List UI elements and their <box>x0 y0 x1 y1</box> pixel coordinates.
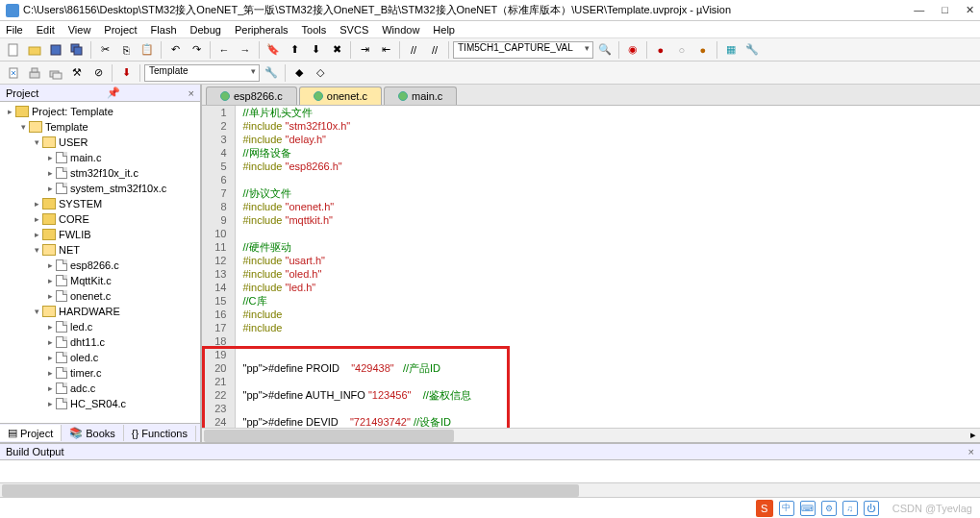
bookmark-next-button[interactable]: ⬇ <box>306 40 325 60</box>
menu-tools[interactable]: Tools <box>302 24 327 36</box>
tree-item[interactable]: ▸main.c <box>0 150 200 165</box>
editor-hscroll[interactable]: ▸ <box>202 428 980 442</box>
code-line[interactable]: "pp">#define PROID "429438" //产品ID <box>235 361 610 375</box>
tree-item[interactable]: ▾HARDWARE <box>0 304 200 319</box>
tray-btn-5[interactable]: ⏻ <box>864 501 879 516</box>
menu-window[interactable]: Window <box>382 24 419 36</box>
tree-item[interactable]: ▸timer.c <box>0 365 200 381</box>
code-line[interactable]: #include <box>235 321 610 334</box>
batch-build-button[interactable]: ⚒ <box>67 63 87 83</box>
nav-back-button[interactable]: ← <box>214 40 234 60</box>
menu-peripherals[interactable]: Peripherals <box>235 24 289 36</box>
tray-btn-3[interactable]: ⚙ <box>821 501 837 516</box>
code-line[interactable]: //单片机头文件 <box>235 106 610 119</box>
tray-btn-1[interactable]: 中 <box>779 501 794 516</box>
code-line[interactable]: #include "oled.h" <box>235 267 610 281</box>
tree-item[interactable]: ▸stm32f10x_it.c <box>0 165 200 181</box>
outdent-button[interactable]: ⇤ <box>376 40 395 60</box>
tree-item[interactable]: ▸onenet.c <box>0 288 200 304</box>
target-options-button[interactable]: 🔧 <box>262 63 281 83</box>
rebuild-button[interactable] <box>46 63 65 83</box>
code-line[interactable] <box>235 402 610 415</box>
breakpoint-button[interactable]: ● <box>651 40 670 60</box>
tree-item[interactable]: ▾NET <box>0 242 200 258</box>
filetab-onenet-c[interactable]: onenet.c <box>299 86 382 105</box>
paste-button[interactable]: 📋 <box>138 40 157 60</box>
code-line[interactable] <box>235 348 610 361</box>
menu-svcs[interactable]: SVCS <box>339 24 368 36</box>
new-file-button[interactable] <box>4 40 23 60</box>
code-line[interactable] <box>235 173 610 186</box>
tree-item[interactable]: ▾Template <box>0 119 200 135</box>
sidetab-books[interactable]: 📚Books <box>62 425 124 441</box>
tree-item[interactable]: ▸oled.c <box>0 350 200 365</box>
build-output-text[interactable] <box>0 460 980 480</box>
tree-item[interactable]: ▸dht11.c <box>0 334 200 350</box>
minimize-button[interactable]: — <box>914 4 924 16</box>
filetab-esp8266-c[interactable]: esp8266.c <box>206 86 297 105</box>
pin-icon[interactable]: 📌 <box>107 86 120 99</box>
close-button[interactable]: ✕ <box>966 4 974 16</box>
tree-item[interactable]: ▸system_stm32f10x.c <box>0 181 200 196</box>
debug-button[interactable]: ◉ <box>623 40 642 60</box>
find-button[interactable]: 🔍 <box>595 40 615 60</box>
bookmark-button[interactable]: 🔖 <box>264 40 283 60</box>
code-line[interactable]: #include "esp8266.h" <box>235 160 610 173</box>
build-pane-close[interactable]: × <box>968 446 974 457</box>
uncomment-button[interactable]: // <box>425 40 444 60</box>
undo-button[interactable]: ↶ <box>165 40 185 60</box>
menu-file[interactable]: File <box>6 24 23 36</box>
cut-button[interactable]: ✂ <box>95 40 114 60</box>
translate-button[interactable] <box>4 63 23 83</box>
tree-item[interactable]: ▾USER <box>0 135 200 150</box>
code-line[interactable]: #include "led.h" <box>235 281 610 294</box>
tree-item[interactable]: ▸adc.c <box>0 381 200 396</box>
code-line[interactable] <box>235 375 610 388</box>
window-button[interactable]: ▦ <box>721 40 741 60</box>
code-line[interactable]: "pp">#define DEVID "721493742" //设备ID <box>235 415 610 428</box>
tree-item[interactable]: ▸FWLIB <box>0 227 200 242</box>
code-line[interactable]: "pp">#define AUTH_INFO "123456" //鉴权信息 <box>235 388 610 402</box>
find-combo[interactable]: TIM5CH1_CAPTURE_VAL <box>453 41 593 59</box>
tree-item[interactable]: ▸HC_SR04.c <box>0 396 200 411</box>
ime-icon[interactable]: S <box>756 500 773 517</box>
code-line[interactable]: #include "stm32f10x.h" <box>235 119 610 133</box>
tree-item[interactable]: ▸Project: Template <box>0 104 200 119</box>
tray-btn-4[interactable]: ♫ <box>842 501 858 516</box>
copy-button[interactable]: ⎘ <box>116 40 136 60</box>
filetab-main-c[interactable]: main.c <box>384 86 457 105</box>
redo-button[interactable]: ↷ <box>187 40 206 60</box>
project-tree[interactable]: ▸Project: Template▾Template▾USER▸main.c▸… <box>0 102 200 423</box>
menu-help[interactable]: Help <box>433 24 455 36</box>
target-combo[interactable]: Template <box>144 64 260 82</box>
tree-item[interactable]: ▸led.c <box>0 319 200 334</box>
code-line[interactable]: #include "usart.h" <box>235 254 610 267</box>
code-line[interactable]: #include "delay.h" <box>235 133 610 146</box>
menu-flash[interactable]: Flash <box>151 24 177 36</box>
tree-item[interactable]: ▸CORE <box>0 211 200 227</box>
tray-btn-2[interactable]: ⌨ <box>800 501 816 516</box>
comment-button[interactable]: // <box>404 40 423 60</box>
build-hscroll[interactable] <box>0 482 980 497</box>
indent-button[interactable]: ⇥ <box>355 40 374 60</box>
menu-project[interactable]: Project <box>104 24 137 36</box>
breakpoint-disable-button[interactable]: ○ <box>672 40 691 60</box>
manage-rtx-button[interactable]: ◇ <box>311 63 330 83</box>
save-button[interactable] <box>46 40 65 60</box>
build-button[interactable] <box>25 63 44 83</box>
menu-view[interactable]: View <box>68 24 91 36</box>
code-line[interactable] <box>235 334 610 348</box>
code-line[interactable]: //硬件驱动 <box>235 240 610 254</box>
code-editor[interactable]: 1//单片机头文件2#include "stm32f10x.h"3#includ… <box>202 106 980 428</box>
open-button[interactable] <box>25 40 44 60</box>
maximize-button[interactable]: □ <box>942 4 948 16</box>
bookmark-clear-button[interactable]: ✖ <box>327 40 346 60</box>
code-line[interactable]: #include "mqttkit.h" <box>235 213 610 227</box>
download-button[interactable]: ⬇ <box>116 63 136 83</box>
code-line[interactable]: //协议文件 <box>235 186 610 200</box>
code-line[interactable] <box>235 227 610 240</box>
tree-item[interactable]: ▸MqttKit.c <box>0 273 200 288</box>
config-button[interactable]: 🔧 <box>742 40 762 60</box>
code-line[interactable]: //网络设备 <box>235 146 610 160</box>
nav-fwd-button[interactable]: → <box>236 40 255 60</box>
